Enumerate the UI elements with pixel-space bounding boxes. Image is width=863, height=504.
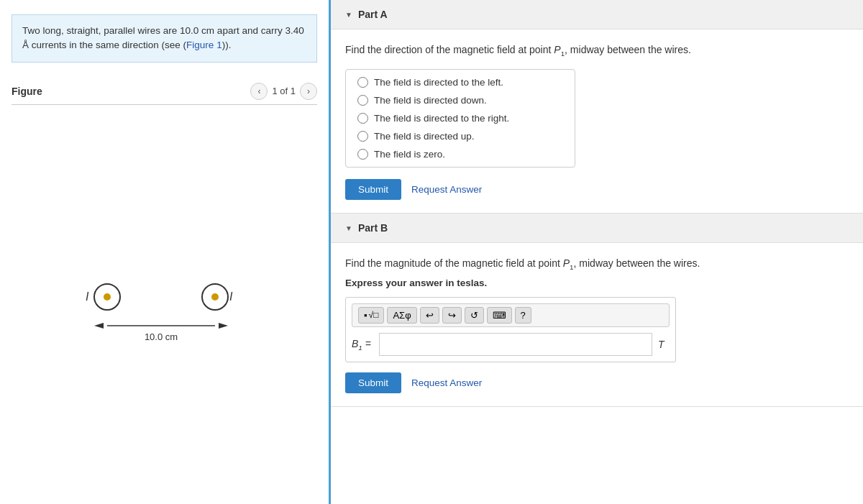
part-b-content: Find the magnitude of the magnetic field… [331, 243, 863, 406]
greek-label: ΑΣφ [393, 310, 411, 321]
option-1-label: The field is directed to the left. [374, 77, 503, 88]
matrix-button[interactable]: ▪ √□ [358, 307, 384, 324]
part-b-section: ▼ Part B Find the magnitude of the magne… [331, 214, 863, 406]
part-a-question: Find the direction of the magnetic field… [345, 42, 849, 59]
keyboard-button[interactable]: ⌨ [487, 307, 512, 324]
figure-link[interactable]: Figure 1 [186, 40, 222, 50]
math-input-box: ▪ √□ ΑΣφ ↩ ↪ ↺ ⌨ [345, 297, 676, 362]
option-3-label: The field is directed to the right. [374, 113, 509, 124]
option-4[interactable]: The field is directed up. [357, 131, 563, 142]
part-a-submit-button[interactable]: Submit [345, 179, 401, 200]
svg-text:I: I [86, 290, 89, 303]
option-5[interactable]: The field is zero. [357, 149, 563, 160]
refresh-button[interactable]: ↺ [465, 307, 484, 324]
undo-icon: ↩ [426, 310, 434, 321]
option-5-label: The field is zero. [374, 149, 445, 160]
part-b-actions: Submit Request Answer [345, 372, 849, 393]
svg-text:I: I [229, 290, 233, 303]
part-b-question: Find the magnitude of the magnetic field… [345, 256, 849, 272]
right-panel: ▼ Part A Find the direction of the magne… [331, 0, 863, 504]
refresh-icon: ↺ [470, 310, 478, 321]
help-button[interactable]: ? [515, 307, 531, 324]
option-3-radio[interactable] [357, 113, 368, 124]
part-a-collapse-icon: ▼ [345, 11, 352, 19]
svg-marker-10 [219, 323, 228, 329]
redo-button[interactable]: ↪ [442, 307, 462, 324]
figure-label: Figure [12, 86, 42, 97]
figure-count: 1 of 1 [272, 86, 296, 96]
figure-diagram: I I 10.0 cm [64, 254, 265, 354]
figure-next-button[interactable]: › [300, 83, 317, 100]
part-b-collapse-icon: ▼ [345, 224, 352, 232]
part-b-header[interactable]: ▼ Part B [331, 214, 863, 243]
part-a-content: Find the direction of the magnetic field… [331, 29, 863, 213]
figure-prev-button[interactable]: ‹ [250, 83, 268, 100]
figure-canvas: I I 10.0 cm [12, 105, 317, 505]
sqrt-icon: √□ [369, 310, 379, 320]
part-a-title: Part A [358, 9, 388, 20]
problem-statement: Two long, straight, parallel wires are 1… [22, 25, 304, 50]
express-label: Express your answer in teslas. [345, 278, 849, 288]
math-field-input[interactable] [379, 333, 652, 356]
part-a-actions: Submit Request Answer [345, 179, 849, 200]
math-field-label: B1 = [352, 338, 373, 352]
option-2[interactable]: The field is directed down. [357, 95, 563, 106]
option-5-radio[interactable] [357, 149, 368, 160]
left-panel: Two long, straight, parallel wires are 1… [0, 0, 331, 504]
math-field-row: B1 = T [352, 333, 670, 356]
part-b-request-link[interactable]: Request Answer [411, 377, 482, 388]
problem-text-box: Two long, straight, parallel wires are 1… [12, 14, 317, 63]
option-4-radio[interactable] [357, 131, 368, 142]
figure-area: Figure ‹ 1 of 1 › I I [0, 71, 329, 505]
part-b-submit-button[interactable]: Submit [345, 372, 401, 393]
matrix-icon: ▪ [364, 310, 367, 321]
part-b-title: Part B [358, 222, 388, 234]
option-4-label: The field is directed up. [374, 131, 475, 142]
option-3[interactable]: The field is directed to the right. [357, 113, 563, 124]
svg-point-2 [106, 295, 109, 298]
math-toolbar: ▪ √□ ΑΣφ ↩ ↪ ↺ ⌨ [352, 303, 670, 327]
part-a-header[interactable]: ▼ Part A [331, 0, 863, 29]
part-a-request-link[interactable]: Request Answer [411, 184, 482, 195]
svg-marker-9 [94, 323, 104, 329]
option-2-radio[interactable] [357, 95, 368, 106]
option-1[interactable]: The field is directed to the left. [357, 77, 563, 88]
figure-nav: ‹ 1 of 1 › [250, 83, 317, 100]
greek-button[interactable]: ΑΣφ [387, 307, 416, 324]
part-a-section: ▼ Part A Find the direction of the magne… [331, 0, 863, 214]
option-2-label: The field is directed down. [374, 95, 487, 106]
figure-header: Figure ‹ 1 of 1 › [12, 78, 317, 105]
svg-text:10.0 cm: 10.0 cm [144, 331, 177, 342]
undo-button[interactable]: ↩ [420, 307, 439, 324]
redo-icon: ↪ [448, 310, 456, 321]
keyboard-icon: ⌨ [493, 310, 506, 321]
option-1-radio[interactable] [357, 77, 368, 88]
svg-point-5 [214, 295, 216, 298]
math-unit-label: T [658, 339, 670, 350]
options-box: The field is directed to the left. The f… [345, 69, 575, 168]
help-icon: ? [521, 310, 526, 321]
